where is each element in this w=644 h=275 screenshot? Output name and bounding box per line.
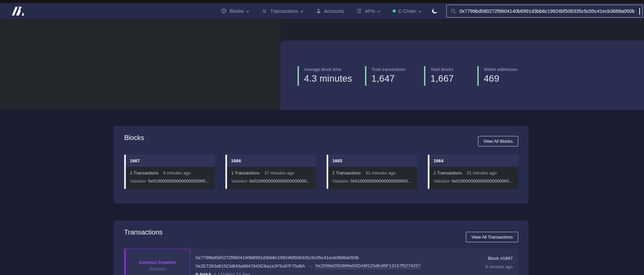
search-icon <box>450 8 456 14</box>
validator-address: 0x0100000000000000000000... <box>148 178 209 184</box>
stat-value: 1,667 <box>430 74 454 84</box>
block-card-header: 1666 <box>226 155 316 167</box>
block-number: 1666 <box>231 158 241 163</box>
transaction-age: 9 minutes ago <box>485 264 513 269</box>
transaction-hash-link[interactable]: 0x7799bd580272f9604140b6991d3bb6c19924bf… <box>196 255 421 260</box>
stat-label: Average block time <box>304 67 352 72</box>
green-status-dot <box>393 9 396 12</box>
avalanche-logo[interactable] <box>10 6 28 17</box>
block-number: 1664 <box>433 158 444 163</box>
block-cards-row: 1667 1 Transactions 9 minutes ago Valida… <box>124 155 518 189</box>
nav-item-c-chain[interactable]: C-Chain <box>393 8 422 14</box>
blocks-section-title: Blocks <box>124 134 144 142</box>
block-number: 1667 <box>130 158 140 163</box>
chevron-down-icon <box>377 10 381 12</box>
nav-item-label: APIs <box>365 8 375 14</box>
stat-total-transactions: Total transactions 1,647 <box>365 66 405 86</box>
cube-icon <box>221 8 227 14</box>
hero-section: Average block time 4.3 minutes Total tra… <box>0 19 644 110</box>
block-tx-count: 1 Transactions <box>433 170 462 175</box>
card-accent-bar <box>124 155 126 189</box>
to-address-link[interactable]: 0x2938eD5D869e50DA6f125dfc45F13157f52742… <box>315 263 421 269</box>
stat-value: 1,647 <box>371 74 405 84</box>
swap-arrows-icon <box>261 8 268 14</box>
block-link[interactable]: Block #1667 <box>488 256 513 261</box>
stats-panel: Average block time 4.3 minutes Total tra… <box>280 40 644 110</box>
block-card-body: 1 Transactions 27 minutes ago Validator0… <box>226 167 316 189</box>
stat-value: 4.3 minutes <box>304 74 352 84</box>
arrow-right-icon: → <box>308 264 312 269</box>
search-box <box>446 5 643 18</box>
block-card[interactable]: 1667 1 Transactions 9 minutes ago Valida… <box>124 155 215 189</box>
card-accent-bar <box>428 155 429 189</box>
view-all-transactions-button[interactable]: View All Transactions <box>466 232 518 242</box>
nav-item-transactions[interactable]: Transactions <box>261 8 303 14</box>
nav-menu: Blocks Transactions <box>221 8 422 14</box>
validator-address: 0x0100000000000000000000... <box>350 178 411 184</box>
view-all-blocks-button[interactable]: View All Blocks <box>478 136 518 146</box>
stat-average-block-time: Average block time 4.3 minutes <box>298 66 352 86</box>
validator-address: 0x0100000000000000000000... <box>249 178 310 184</box>
chevron-down-icon <box>418 10 422 12</box>
from-address-link[interactable]: 0x2E7263d815CbB43a9647843C8a1e2F5c87F75d… <box>196 264 305 269</box>
stat-total-blocks: Total blocks 1,667 <box>424 66 454 86</box>
chevron-down-icon <box>246 10 249 12</box>
block-age: 9 minutes ago <box>163 170 191 175</box>
block-age: 31 minutes ago <box>467 170 497 175</box>
block-card-header: 1667 <box>125 155 215 167</box>
block-card[interactable]: 1665 1 Transactions 31 minutes ago Valid… <box>327 155 417 189</box>
block-tx-count: 1 Transactions <box>231 170 260 175</box>
moon-icon <box>431 7 438 15</box>
hero-backdrop-right: Average block time 4.3 minutes Total tra… <box>280 19 644 110</box>
avalanche-logo-icon <box>10 6 28 17</box>
nav-item-blocks[interactable]: Blocks <box>221 8 249 14</box>
top-strip <box>0 0 644 3</box>
person-icon <box>316 8 321 14</box>
validator-label: Validator <box>332 179 348 184</box>
dark-mode-toggle[interactable] <box>431 7 438 15</box>
chevron-down-icon <box>300 10 304 12</box>
search-input[interactable] <box>459 5 642 17</box>
stat-wallet-addresses: Wallet addresses 469 <box>477 66 517 86</box>
text-caret <box>639 8 640 15</box>
block-age: 27 minutes ago <box>264 170 295 175</box>
stat-label: Wallet addresses <box>484 67 517 72</box>
block-tx-count: 1 Transactions <box>130 170 159 175</box>
block-card-body: 1 Transactions 31 minutes ago Validator0… <box>327 167 417 189</box>
block-card-header: 1665 <box>327 155 417 167</box>
status-accent-bar <box>124 249 126 275</box>
stat-label: Total blocks <box>430 67 454 72</box>
sliders-icon <box>356 8 362 14</box>
nav-item-apis[interactable]: APIs <box>356 8 381 14</box>
validator-address: 0x0100000000000000000000... <box>451 178 512 184</box>
transaction-details: 0x7799bd580272f9604140b6991d3bb6c19924bf… <box>196 249 421 275</box>
blocks-section: Blocks View All Blocks 1667 1 Transactio… <box>114 126 529 203</box>
stat-value: 469 <box>484 74 517 84</box>
transaction-type: Contract Creation <box>139 260 176 265</box>
block-card-body: 1 Transactions 9 minutes ago Validator0x… <box>125 167 215 189</box>
block-card-header: 1664 <box>428 155 518 167</box>
transaction-amount: 0 AVAX <box>196 272 211 275</box>
block-card[interactable]: 1664 1 Transactions 31 minutes ago Valid… <box>428 155 518 189</box>
transaction-meta: Block #1667 9 minutes ago <box>485 249 513 269</box>
block-age: 31 minutes ago <box>366 170 396 175</box>
hero-backdrop-left <box>0 19 280 110</box>
nav-item-label: Transactions <box>270 8 298 14</box>
nav-item-label: Blocks <box>229 8 244 14</box>
block-card[interactable]: 1666 1 Transactions 27 minutes ago Valid… <box>225 155 316 189</box>
block-tx-count: 1 Transactions <box>332 170 361 175</box>
block-card-body: 1 Transactions 31 minutes ago Validator0… <box>428 167 518 189</box>
nav-item-label: C-Chain <box>398 8 416 14</box>
card-accent-bar <box>327 155 328 189</box>
navbar: Blocks Transactions <box>0 3 644 19</box>
validator-label: Validator <box>433 179 450 184</box>
stat-label: Total transactions <box>371 67 405 72</box>
transactions-section-title: Transactions <box>124 228 163 236</box>
validator-label: Validator <box>231 179 247 184</box>
validator-label: Validator <box>130 179 146 184</box>
transaction-row[interactable]: Contract Creation Success 0x7799bd580272… <box>124 249 518 275</box>
card-accent-bar <box>225 155 227 189</box>
transaction-fee: 1.1718604 TX Fee <box>214 272 250 275</box>
transaction-status-box: Contract Creation Success <box>124 249 190 275</box>
nav-item-accounts[interactable]: Accounts <box>316 8 344 14</box>
